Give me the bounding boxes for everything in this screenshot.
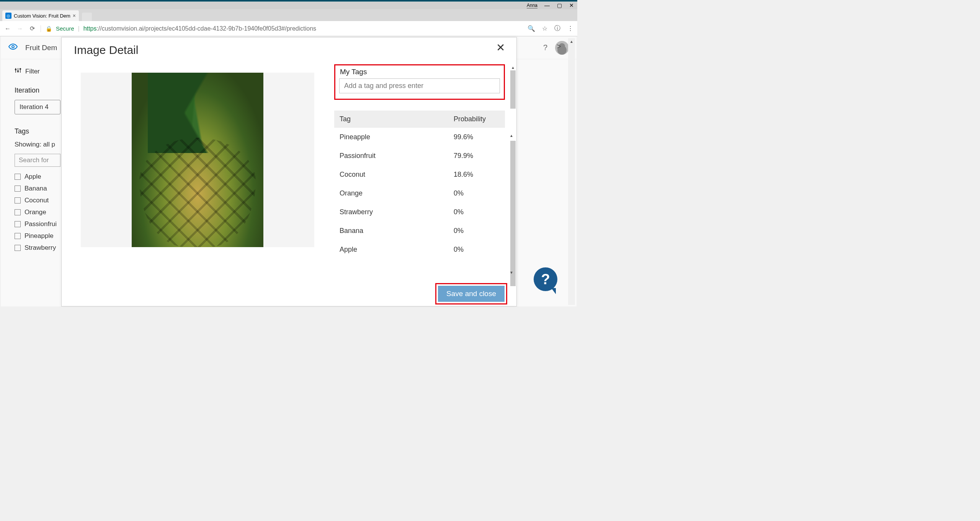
tab-close-icon[interactable]: × [73, 13, 76, 19]
image-detail-modal: ✕ Image Detail My Tags Tag Probability P… [61, 37, 517, 306]
prediction-tag: Apple [340, 246, 454, 254]
showing-label: Showing: all p [15, 141, 62, 148]
detail-scroll-up2-icon[interactable]: ▲ [510, 132, 513, 138]
os-titlebar: Anna — ▢ ✕ [0, 0, 577, 9]
checkbox-icon[interactable] [15, 186, 21, 192]
tag-filter-label: Banana [24, 185, 47, 192]
nav-forward-icon[interactable]: → [16, 25, 24, 32]
col-tag-header: Tag [340, 115, 454, 123]
prediction-probability: 18.6% [454, 171, 500, 179]
sidebar: Filter Iteration Iteration 4 Tags Showin… [1, 59, 62, 306]
save-and-close-button[interactable]: Save and close [438, 286, 505, 302]
checkbox-icon[interactable] [15, 174, 21, 180]
help-unknown-icon[interactable]: ? [543, 43, 547, 52]
scrollbar-thumb[interactable] [510, 141, 516, 286]
tag-list: AppleBananaCoconutOrangePassionfruiPinea… [15, 173, 62, 252]
checkbox-icon[interactable] [15, 233, 21, 239]
tags-label: Tags [15, 127, 62, 135]
page-info-icon[interactable]: ⓘ [554, 24, 560, 33]
tag-filter-item[interactable]: Banana [15, 185, 62, 192]
my-tags-label: My Tags [340, 68, 500, 76]
tag-filter-label: Strawberry [24, 244, 56, 252]
prediction-probability: 0% [454, 246, 500, 254]
prediction-tag: Banana [340, 227, 454, 235]
new-tab-button[interactable] [82, 13, 92, 21]
save-button-highlight: Save and close [435, 283, 507, 304]
prediction-tag: Coconut [340, 171, 454, 179]
tab-title: Custom Vision: Fruit Dem [14, 13, 70, 19]
project-eye-icon [8, 42, 18, 54]
image-frame [81, 73, 314, 247]
help-bubble-button[interactable]: ? [534, 267, 557, 291]
detail-scroll-up-icon[interactable]: ▲ [510, 64, 516, 70]
tag-filter-item[interactable]: Apple [15, 173, 62, 181]
window-maximize-button[interactable]: ▢ [557, 3, 562, 8]
detail-pane: My Tags Tag Probability Pineapple99.6%Pa… [327, 64, 516, 306]
scrollbar-thumb[interactable] [510, 70, 516, 109]
project-name: Fruit Dem [25, 44, 57, 52]
secure-label: Secure [56, 25, 74, 32]
filter-row[interactable]: Filter [15, 67, 62, 76]
nav-back-icon[interactable]: ← [4, 25, 11, 32]
filter-sliders-icon [15, 67, 21, 76]
tag-filter-item[interactable]: Passionfrui [15, 220, 62, 228]
prediction-row: Banana0% [334, 221, 505, 240]
checkbox-icon[interactable] [15, 245, 21, 251]
browser-address-bar: ← → ⟳ 🔒 Secure | https://customvision.ai… [0, 21, 577, 36]
prediction-probability: 0% [454, 227, 500, 235]
url-text: https://customvision.ai/projects/ec4105d… [83, 25, 316, 32]
predictions-header: Tag Probability [334, 111, 505, 128]
iteration-select[interactable]: Iteration 4 [15, 100, 60, 114]
window-close-button[interactable]: ✕ [569, 3, 574, 8]
zoom-icon[interactable]: 🔍 [528, 25, 535, 32]
detail-scroll-down-icon[interactable]: ▼ [510, 269, 513, 275]
iteration-label: Iteration [15, 86, 62, 94]
prediction-tag: Passionfruit [340, 152, 454, 160]
page-scrollbar[interactable]: ▲ [568, 38, 575, 305]
svg-point-0 [12, 46, 14, 48]
checkbox-icon[interactable] [15, 221, 21, 227]
os-user: Anna [527, 3, 537, 8]
modal-close-button[interactable]: ✕ [496, 41, 505, 54]
url-box[interactable]: 🔒 Secure | https://customvision.ai/proje… [41, 25, 523, 32]
prediction-tag: Orange [340, 189, 454, 197]
tag-filter-label: Coconut [24, 197, 49, 204]
tag-filter-item[interactable]: Orange [15, 208, 62, 216]
browser-tab-bar: ◎ Custom Vision: Fruit Dem × [0, 9, 577, 21]
tag-filter-item[interactable]: Strawberry [15, 244, 62, 252]
nav-reload-icon[interactable]: ⟳ [28, 25, 36, 32]
col-prob-header: Probability [454, 115, 500, 123]
checkbox-icon[interactable] [15, 197, 21, 204]
prediction-probability: 99.6% [454, 133, 500, 141]
tag-search-input[interactable]: Search for [15, 154, 60, 167]
prediction-row: Pineapple99.6% [334, 128, 505, 147]
browser-tab[interactable]: ◎ Custom Vision: Fruit Dem × [2, 10, 79, 21]
browser-menu-icon[interactable]: ⋮ [567, 25, 573, 32]
tag-filter-label: Passionfrui [24, 220, 57, 228]
prediction-probability: 0% [454, 208, 500, 216]
filter-label: Filter [25, 68, 40, 75]
prediction-row: Strawberry0% [334, 203, 505, 221]
prediction-probability: 0% [454, 189, 500, 197]
prediction-tag: Strawberry [340, 208, 454, 216]
prediction-row: Coconut18.6% [334, 165, 505, 184]
tag-filter-label: Orange [24, 208, 46, 216]
detail-scrollbar[interactable]: ▲ ▲ ▼ [510, 64, 516, 275]
my-tags-block-highlight: My Tags [334, 64, 505, 100]
scroll-up-icon[interactable]: ▲ [568, 38, 575, 44]
add-tag-input[interactable] [339, 78, 500, 93]
tag-filter-item[interactable]: Pineapple [15, 232, 62, 240]
prediction-probability: 79.9% [454, 152, 500, 160]
tag-filter-label: Pineapple [24, 232, 54, 240]
modal-title: Image Detail [62, 37, 516, 57]
checkbox-icon[interactable] [15, 209, 21, 215]
predictions-table: Tag Probability Pineapple99.6%Passionfru… [334, 111, 505, 259]
prediction-row: Apple0% [334, 240, 505, 259]
image-pane [62, 64, 327, 306]
bookmark-star-icon[interactable]: ☆ [542, 25, 547, 32]
carousel-next-icon[interactable]: > [557, 42, 561, 51]
window-minimize-button[interactable]: — [544, 3, 550, 8]
tag-filter-item[interactable]: Coconut [15, 197, 62, 204]
prediction-row: Orange0% [334, 184, 505, 203]
tag-filter-label: Apple [24, 173, 41, 181]
